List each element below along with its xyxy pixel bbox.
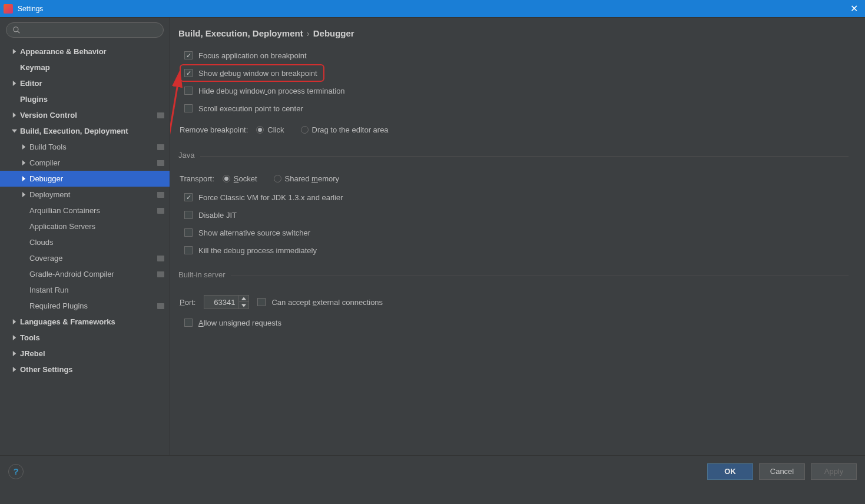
port-spinner[interactable]: [204, 295, 249, 309]
sidebar-item-label: Clouds: [29, 238, 165, 247]
arrow-placeholder: [20, 207, 27, 214]
svg-line-1: [18, 31, 20, 34]
svg-rect-19: [157, 208, 161, 210]
can-accept-external-connections-checkbox[interactable]: [257, 298, 266, 306]
breadcrumb: Build, Execution, Deployment›Debugger: [178, 28, 849, 38]
focus-application-on-breakpoint-checkbox[interactable]: [184, 51, 193, 59]
close-icon[interactable]: ✕: [847, 3, 861, 14]
sidebar-item-label: JRebel: [20, 349, 165, 358]
sidebar-item-build-tools[interactable]: Build Tools: [0, 139, 170, 155]
scroll-execution-point-to-center-label: Scroll execution point to center: [198, 104, 303, 113]
sidebar-item-debugger[interactable]: Debugger: [0, 171, 170, 187]
force-classic-vm-for-jdk-1-3-x-and-earlier-label: Force Classic VM for JDK 1.3.x and earli…: [198, 193, 343, 202]
chevron-right-icon: [11, 112, 18, 119]
chevron-right-icon: [20, 160, 27, 167]
ok-button[interactable]: OK: [707, 463, 753, 480]
transport-shared-memory-label: Shared memory: [285, 174, 340, 183]
sidebar-item-label: Build Tools: [29, 142, 153, 151]
sidebar-item-languages-frameworks[interactable]: Languages & Frameworks: [0, 314, 170, 330]
kill-the-debug-process-immediately-checkbox[interactable]: [184, 246, 193, 254]
sidebar-item-label: Languages & Frameworks: [20, 317, 165, 326]
sidebar-item-compiler[interactable]: Compiler: [0, 155, 170, 171]
show-alternative-source-switcher-checkbox[interactable]: [184, 228, 193, 237]
sidebar-item-build-execution-deployment[interactable]: Build, Execution, Deployment: [0, 123, 170, 139]
section-java: Java: [178, 151, 200, 160]
sidebar-item-label: Instant Run: [29, 286, 165, 294]
svg-marker-4: [12, 112, 15, 118]
sidebar-item-plugins[interactable]: Plugins: [0, 91, 170, 107]
port-label: Port:: [180, 298, 195, 307]
cancel-button[interactable]: Cancel: [759, 463, 805, 480]
svg-rect-17: [157, 192, 161, 194]
remove-bp-click-radio[interactable]: [256, 126, 264, 134]
sidebar-item-label: Build, Execution, Deployment: [20, 127, 165, 135]
show-debug-window-on-breakpoint-label: Show debug window on breakpoint: [198, 69, 317, 78]
sidebar-item-editor[interactable]: Editor: [0, 75, 170, 91]
port-input[interactable]: [204, 298, 238, 307]
sidebar-item-required-plugins[interactable]: Required Plugins: [0, 298, 170, 314]
sidebar-item-clouds[interactable]: Clouds: [0, 234, 170, 250]
port-up[interactable]: [239, 296, 248, 302]
svg-marker-27: [12, 335, 15, 340]
sidebar-item-coverage[interactable]: Coverage: [0, 250, 170, 266]
sidebar-item-application-servers[interactable]: Application Servers: [0, 218, 170, 234]
breadcrumb-b: Debugger: [313, 28, 354, 38]
sidebar-item-instant-run[interactable]: Instant Run: [0, 282, 170, 298]
sidebar-item-label: Appearance & Behavior: [20, 47, 165, 56]
svg-marker-11: [22, 160, 25, 165]
svg-marker-28: [12, 351, 15, 356]
arrow-placeholder: [11, 64, 18, 71]
sidebar-item-keymap[interactable]: Keymap: [0, 59, 170, 75]
arrow-placeholder: [20, 255, 27, 262]
project-scope-icon: [157, 270, 165, 278]
settings-content: Build, Execution, Deployment›Debugger Fo…: [170, 18, 865, 455]
sidebar-item-gradle-android-compiler[interactable]: Gradle-Android Compiler: [0, 266, 170, 282]
svg-marker-31: [241, 304, 246, 307]
transport-socket-radio[interactable]: [223, 175, 230, 183]
transport-shared-memory-radio[interactable]: [274, 175, 281, 183]
disable-jit-checkbox[interactable]: [184, 211, 193, 219]
sidebar-item-arquillian-containers[interactable]: Arquillian Containers: [0, 203, 170, 218]
remove-bp-drag-to-the-editor-area-label: Drag to the editor area: [312, 125, 389, 134]
sidebar-item-deployment[interactable]: Deployment: [0, 187, 170, 203]
sidebar-item-version-control[interactable]: Version Control: [0, 107, 170, 123]
project-scope-icon: [157, 254, 165, 263]
search-input[interactable]: [6, 22, 164, 38]
show-debug-window-on-breakpoint-checkbox[interactable]: [184, 69, 193, 77]
sidebar-item-label: Keymap: [20, 63, 165, 72]
chevron-right-icon: [11, 80, 18, 87]
project-scope-icon: [157, 191, 165, 199]
project-scope-icon: [157, 207, 165, 215]
window-title: Settings: [18, 5, 43, 13]
sidebar-item-label: Version Control: [20, 111, 153, 120]
sidebar-item-other-settings[interactable]: Other Settings: [0, 362, 170, 377]
section-server: Built-in server: [178, 270, 231, 279]
sidebar-item-tools[interactable]: Tools: [0, 330, 170, 346]
arrow-placeholder: [20, 287, 27, 294]
arrow-placeholder: [20, 271, 27, 278]
chevron-right-icon: [11, 48, 18, 55]
hide-debug-window-on-process-termination-label: Hide debug window on process termination: [198, 87, 345, 95]
show-alternative-source-switcher-label: Show alternative source switcher: [198, 228, 310, 237]
sidebar-item-label: Gradle-Android Compiler: [29, 270, 153, 278]
port-down[interactable]: [239, 302, 248, 309]
sidebar-item-label: Application Servers: [29, 222, 165, 231]
force-classic-vm-for-jdk-1-3-x-and-earlier-checkbox[interactable]: [184, 193, 193, 201]
sidebar-item-label: Deployment: [29, 190, 153, 199]
scroll-execution-point-to-center-checkbox[interactable]: [184, 104, 193, 112]
chevron-right-icon: [11, 366, 18, 373]
breadcrumb-a: Build, Execution, Deployment: [178, 28, 303, 38]
remove-bp-drag-to-the-editor-area-radio[interactable]: [301, 126, 309, 134]
arrow-placeholder: [20, 223, 27, 230]
svg-marker-2: [12, 49, 15, 54]
sidebar-item-jrebel[interactable]: JRebel: [0, 346, 170, 362]
search-icon: [12, 26, 21, 34]
chevron-right-icon: [11, 350, 18, 357]
hide-debug-window-on-process-termination-checkbox[interactable]: [184, 87, 193, 95]
transport-socket-label: Socket: [234, 174, 257, 183]
allow-unsigned-requests-checkbox[interactable]: [184, 319, 193, 327]
apply-button[interactable]: Apply: [811, 463, 857, 480]
chevron-right-icon: [20, 144, 27, 151]
help-button[interactable]: ?: [8, 464, 24, 479]
sidebar-item-appearance-behavior[interactable]: Appearance & Behavior: [0, 44, 170, 59]
